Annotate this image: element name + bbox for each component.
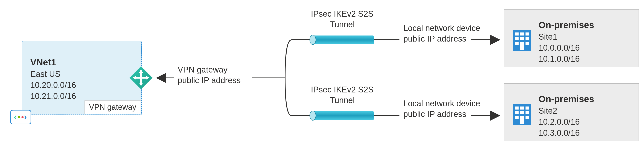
- vnet-region: East US: [30, 68, 76, 80]
- vpn-gateway-ip-line2: public IP address: [178, 75, 241, 86]
- vnet-title: VNet1: [30, 56, 76, 68]
- vnet-icon: ‹ ›: [10, 110, 31, 124]
- onprem-site1-cidr1: 10.0.0.0/16: [538, 42, 594, 54]
- vnet-text: VNet1 East US 10.20.0.0/16 10.21.0.0/16: [30, 56, 76, 102]
- svg-point-2: [18, 116, 20, 118]
- building-icon: [512, 30, 532, 52]
- onprem-site1-text: On-premises Site1 10.0.0.0/16 10.1.0.0/1…: [538, 19, 594, 65]
- onprem-site1-title: On-premises: [538, 19, 594, 32]
- svg-rect-29: [515, 116, 518, 119]
- svg-rect-26: [515, 111, 518, 114]
- onprem-site2-title: On-premises: [538, 93, 594, 106]
- svg-rect-30: [526, 116, 529, 119]
- svg-text:›: ›: [24, 112, 27, 122]
- tunnel-bottom-icon: [310, 111, 374, 120]
- tunnel-top-line1: IPsec IKEv2 S2S: [303, 9, 381, 19]
- tunnel-top-icon: [310, 35, 374, 44]
- svg-rect-23: [515, 106, 518, 110]
- connector-branch-top: [285, 40, 312, 78]
- onprem-site2: On-premises Site2 10.2.0.0/16 10.3.0.0/1…: [504, 83, 639, 141]
- vpn-gateway-ip-line1: VPN gateway: [178, 64, 241, 75]
- svg-rect-25: [526, 106, 529, 110]
- onprem-site2-cidr2: 10.3.0.0/16: [538, 128, 594, 138]
- svg-rect-11: [136, 77, 146, 78]
- vpn-gateway-icon: [129, 65, 153, 90]
- svg-rect-16: [515, 37, 518, 40]
- svg-rect-21: [520, 42, 524, 50]
- onprem-site2-text: On-premises Site2 10.2.0.0/16 10.3.0.0/1…: [538, 93, 594, 139]
- svg-rect-24: [520, 106, 524, 110]
- svg-rect-31: [520, 116, 524, 124]
- tunnel-label-top: IPsec IKEv2 S2S Tunnel: [303, 9, 381, 30]
- tunnel-bottom-line2: Tunnel: [303, 95, 381, 106]
- tunnel-label-bottom: IPsec IKEv2 S2S Tunnel: [303, 84, 381, 106]
- vnet-cidr-2: 10.21.0.0/16: [30, 91, 76, 102]
- local-bottom-line2: public IP address: [403, 109, 480, 120]
- onprem-site1: On-premises Site1 10.0.0.0/16 10.1.0.0/1…: [504, 9, 639, 67]
- svg-point-3: [22, 116, 24, 118]
- svg-point-35: [310, 111, 316, 120]
- svg-rect-27: [520, 111, 524, 114]
- onprem-site1-site: Site1: [538, 32, 594, 42]
- onprem-site2-site: Site2: [538, 106, 594, 116]
- diagram-stage: VNet1 East US 10.20.0.0/16 10.21.0.0/16 …: [0, 0, 644, 163]
- local-device-label-top: Local network device public IP address: [403, 23, 480, 44]
- local-device-label-bottom: Local network device public IP address: [403, 98, 480, 120]
- svg-rect-32: [312, 36, 374, 44]
- svg-point-33: [310, 35, 316, 44]
- tunnel-top-line2: Tunnel: [303, 19, 381, 30]
- local-top-line2: public IP address: [403, 34, 480, 44]
- svg-rect-20: [526, 42, 529, 45]
- local-top-line1: Local network device: [403, 23, 480, 34]
- svg-rect-15: [526, 32, 529, 36]
- vnet-cidr-1: 10.20.0.0/16: [30, 80, 76, 91]
- svg-rect-13: [515, 32, 518, 36]
- local-bottom-line1: Local network device: [403, 98, 480, 109]
- tunnel-bottom-line1: IPsec IKEv2 S2S: [303, 84, 381, 95]
- svg-rect-28: [526, 111, 529, 114]
- svg-text:‹: ‹: [14, 112, 17, 122]
- vpn-gateway-ip-label: VPN gateway public IP address: [178, 64, 241, 86]
- onprem-site1-cidr2: 10.1.0.0/16: [538, 54, 594, 64]
- building-icon: [512, 104, 532, 126]
- svg-rect-19: [515, 42, 518, 45]
- svg-rect-34: [312, 111, 374, 120]
- svg-rect-14: [520, 32, 524, 36]
- vpn-gateway-label: VPN gateway: [84, 100, 141, 114]
- svg-rect-18: [526, 37, 529, 40]
- svg-rect-17: [520, 37, 524, 40]
- onprem-site2-cidr1: 10.2.0.0/16: [538, 116, 594, 128]
